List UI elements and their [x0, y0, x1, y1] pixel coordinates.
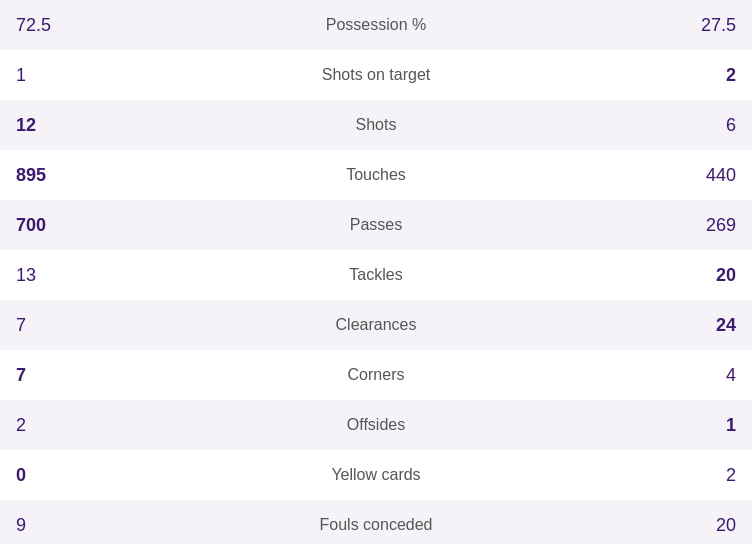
stat-value-left-shots: 12	[16, 115, 96, 136]
stat-value-right-possession: 27.5	[656, 15, 736, 36]
stat-row-touches: 895 Touches 440	[0, 150, 752, 200]
stat-label-possession: Possession %	[96, 16, 656, 34]
stat-value-right-corners: 4	[656, 365, 736, 386]
stat-row-shots-on-target: 1 Shots on target 2	[0, 50, 752, 100]
stat-value-right-tackles: 20	[656, 265, 736, 286]
stat-value-right-touches: 440	[656, 165, 736, 186]
stat-label-clearances: Clearances	[96, 316, 656, 334]
stat-value-left-touches: 895	[16, 165, 96, 186]
stat-value-left-shots-on-target: 1	[16, 65, 96, 86]
stat-row-shots: 12 Shots 6	[0, 100, 752, 150]
stat-value-left-offsides: 2	[16, 415, 96, 436]
stat-label-shots: Shots	[96, 116, 656, 134]
stat-value-right-clearances: 24	[656, 315, 736, 336]
stat-label-passes: Passes	[96, 216, 656, 234]
stat-value-right-passes: 269	[656, 215, 736, 236]
stat-value-left-possession: 72.5	[16, 15, 96, 36]
stat-row-clearances: 7 Clearances 24	[0, 300, 752, 350]
stat-row-tackles: 13 Tackles 20	[0, 250, 752, 300]
stat-value-left-tackles: 13	[16, 265, 96, 286]
stat-value-left-corners: 7	[16, 365, 96, 386]
stat-label-yellow-cards: Yellow cards	[96, 466, 656, 484]
stat-row-fouls-conceded: 9 Fouls conceded 20	[0, 500, 752, 544]
stat-label-touches: Touches	[96, 166, 656, 184]
stat-label-corners: Corners	[96, 366, 656, 384]
stat-row-passes: 700 Passes 269	[0, 200, 752, 250]
stat-row-offsides: 2 Offsides 1	[0, 400, 752, 450]
stat-row-yellow-cards: 0 Yellow cards 2	[0, 450, 752, 500]
stat-label-offsides: Offsides	[96, 416, 656, 434]
stat-value-left-passes: 700	[16, 215, 96, 236]
stat-value-right-shots: 6	[656, 115, 736, 136]
stat-value-right-fouls-conceded: 20	[656, 515, 736, 536]
stat-value-left-clearances: 7	[16, 315, 96, 336]
stat-value-right-offsides: 1	[656, 415, 736, 436]
stat-value-left-fouls-conceded: 9	[16, 515, 96, 536]
stat-row-possession: 72.5 Possession % 27.5	[0, 0, 752, 50]
stats-table: 72.5 Possession % 27.5 1 Shots on target…	[0, 0, 752, 544]
stat-label-shots-on-target: Shots on target	[96, 66, 656, 84]
stat-label-fouls-conceded: Fouls conceded	[96, 516, 656, 534]
stat-row-corners: 7 Corners 4	[0, 350, 752, 400]
stat-label-tackles: Tackles	[96, 266, 656, 284]
stat-value-right-yellow-cards: 2	[656, 465, 736, 486]
stat-value-right-shots-on-target: 2	[656, 65, 736, 86]
stat-value-left-yellow-cards: 0	[16, 465, 96, 486]
